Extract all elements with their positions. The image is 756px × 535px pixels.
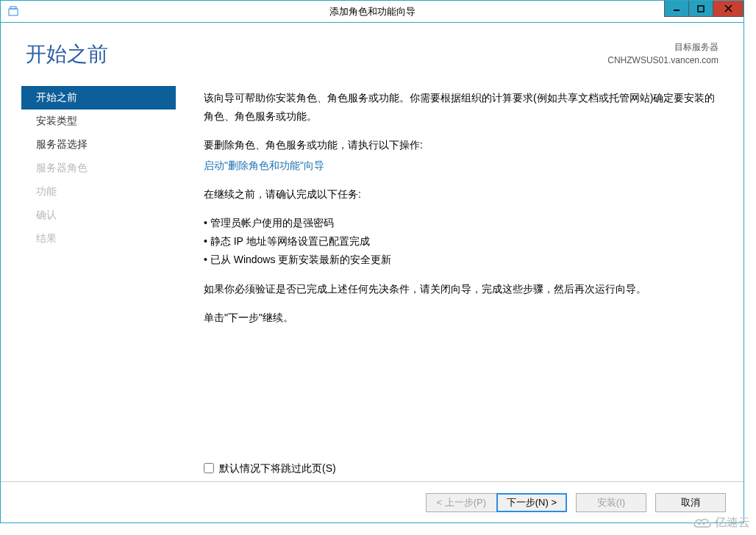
svg-rect-1 (10, 7, 16, 9)
cancel-button[interactable]: 取消 (655, 493, 726, 512)
minimize-button[interactable] (664, 1, 689, 17)
sidebar-item-before-begin[interactable]: 开始之前 (21, 86, 176, 109)
titlebar[interactable]: 添加角色和功能向导 (1, 1, 743, 23)
svg-rect-3 (698, 6, 704, 12)
skip-row: 默认情况下将跳过此页(S) (204, 459, 718, 478)
verify-text: 如果你必须验证是否已完成上述任何先决条件，请关闭向导，完成这些步骤，然后再次运行… (204, 280, 718, 298)
cloud-icon (693, 517, 712, 530)
sidebar-item-features: 功能 (21, 180, 176, 204)
prereq-list: 管理员帐户使用的是强密码 静态 IP 地址等网络设置已配置完成 已从 Windo… (204, 214, 718, 270)
maximize-button[interactable] (688, 1, 713, 17)
svg-rect-0 (9, 9, 18, 15)
watermark: 亿速云 (693, 515, 750, 531)
body: 开始之前 安装类型 服务器选择 服务器角色 功能 确认 结果 该向导可帮助你安装… (1, 77, 743, 481)
install-button: 安装(I) (576, 493, 646, 512)
intro-text: 该向导可帮助你安装角色、角色服务或功能。你需要根据组织的计算要求(例如共享文档或… (204, 89, 718, 126)
next-button[interactable]: 下一步(N) > (496, 493, 567, 512)
prereq-item: 静态 IP 地址等网络设置已配置完成 (204, 232, 718, 251)
confirm-tasks-label: 在继续之前，请确认完成以下任务: (204, 185, 718, 204)
prereq-item: 管理员帐户使用的是强密码 (204, 214, 718, 232)
svg-point-6 (699, 523, 701, 525)
wizard-window: 添加角色和功能向导 开始之前 目标服务器 CNHZWSUS01.vancen.c… (0, 0, 744, 523)
remove-instruction: 要删除角色、角色服务或功能，请执行以下操作: (204, 136, 718, 154)
remove-wizard-link[interactable]: 启动"删除角色和功能"向导 (204, 159, 324, 171)
page-title: 开始之前 (26, 40, 108, 68)
window-title: 添加角色和功能向导 (1, 5, 743, 18)
target-server: CNHZWSUS01.vancen.com (607, 54, 718, 67)
svg-point-7 (703, 523, 705, 525)
target-label: 目标服务器 (607, 40, 718, 54)
sidebar-item-install-type[interactable]: 安装类型 (21, 109, 176, 133)
header: 开始之前 目标服务器 CNHZWSUS01.vancen.com (1, 23, 743, 77)
content: 该向导可帮助你安装角色、角色服务或功能。你需要根据组织的计算要求(例如共享文档或… (176, 85, 736, 481)
button-bar: < 上一步(P) 下一步(N) > 安装(I) 取消 (1, 481, 743, 523)
skip-checkbox-label: 默认情况下将跳过此页(S) (219, 459, 336, 478)
previous-button: < 上一步(P) (426, 493, 496, 512)
nav-button-group: < 上一步(P) 下一步(N) > (426, 493, 567, 512)
close-button[interactable] (713, 1, 743, 17)
target-info: 目标服务器 CNHZWSUS01.vancen.com (607, 40, 718, 67)
sidebar: 开始之前 安装类型 服务器选择 服务器角色 功能 确认 结果 (21, 85, 176, 481)
watermark-text: 亿速云 (715, 515, 750, 531)
continue-text: 单击"下一步"继续。 (204, 309, 718, 327)
sidebar-item-confirm: 确认 (21, 204, 176, 227)
app-icon (7, 5, 20, 18)
sidebar-item-results: 结果 (21, 227, 176, 251)
prereq-item: 已从 Windows 更新安装最新的安全更新 (204, 251, 718, 269)
skip-checkbox[interactable] (204, 463, 214, 473)
sidebar-item-server-roles: 服务器角色 (21, 157, 176, 180)
sidebar-item-server-selection[interactable]: 服务器选择 (21, 133, 176, 157)
window-controls (665, 1, 743, 17)
